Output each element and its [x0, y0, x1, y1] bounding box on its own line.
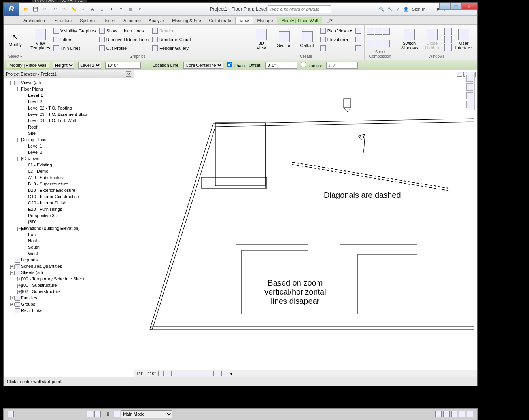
tree-node[interactable]: C10 - Interior Construction: [4, 193, 133, 200]
tree-node[interactable]: [+]102 - Superstructure: [4, 288, 133, 295]
visibility-button[interactable]: Visibility/ Graphics: [53, 27, 97, 35]
tree-node[interactable]: West: [4, 250, 133, 257]
shadow-icon[interactable]: [182, 371, 187, 376]
browser-close-button[interactable]: ✕: [126, 71, 131, 77]
tab-manage[interactable]: Manage: [253, 17, 277, 24]
tree-node[interactable]: Level 1: [4, 92, 133, 98]
tree-node[interactable]: [+]Groups: [4, 301, 133, 307]
legend-button[interactable]: [355, 36, 362, 44]
measure-icon[interactable]: 📏: [70, 6, 77, 13]
tree-node[interactable]: A10 - Substructure: [4, 174, 133, 181]
ws-icon[interactable]: [8, 411, 14, 417]
cut-profile-button[interactable]: Cut Profile: [98, 44, 150, 52]
tree-node[interactable]: North: [4, 238, 133, 244]
tree-node[interactable]: [−]Sheets (all): [4, 269, 133, 276]
sign-in-button[interactable]: Sign In: [412, 7, 425, 11]
tree-node[interactable]: B10 - Superstructure: [4, 181, 133, 187]
scale-label[interactable]: 1/8" = 1'-0": [136, 371, 156, 376]
drag-icon[interactable]: [451, 411, 457, 417]
crop-show-icon[interactable]: [198, 371, 203, 376]
tab-massing[interactable]: Massing & Site: [168, 17, 205, 24]
tree-node[interactable]: Level 04 - T.O. Fnd. Wall: [4, 117, 133, 124]
render-gallery-button[interactable]: Render Gallery: [151, 44, 192, 52]
tree-node[interactable]: Level 2: [4, 149, 133, 155]
tab-context-modify[interactable]: Modify | Place Wall: [277, 17, 322, 24]
tree-node[interactable]: South: [4, 244, 133, 250]
replicate-icon[interactable]: [444, 28, 452, 35]
select-icon[interactable]: [443, 411, 450, 417]
tree-node[interactable]: [+]000 - Temporary Schedule Sheet: [4, 276, 133, 282]
tab-systems[interactable]: Systems: [76, 17, 100, 24]
tree-node[interactable]: [−]Elevations (Building Elevation): [4, 225, 133, 231]
fav-icon[interactable]: ☆: [396, 7, 400, 12]
tab-insert[interactable]: Insert: [101, 17, 120, 24]
tab-analyze[interactable]: Analyze: [145, 17, 168, 24]
drafting-button[interactable]: [319, 44, 353, 52]
zoom-icon[interactable]: [466, 92, 473, 99]
pin-icon[interactable]: [467, 411, 473, 417]
view-icon[interactable]: [375, 28, 382, 35]
tab-structure[interactable]: Structure: [51, 17, 76, 24]
filter-icon[interactable]: [435, 411, 442, 417]
filters-button[interactable]: Filters: [53, 36, 97, 44]
text-icon[interactable]: A: [89, 6, 96, 13]
dup-view-button[interactable]: [355, 27, 362, 35]
open-icon[interactable]: 📂: [23, 6, 30, 13]
render-cloud-button[interactable]: Render in Cloud: [151, 36, 192, 44]
close-icon[interactable]: ▤: [127, 6, 134, 13]
panel-label-select[interactable]: Select ▾: [6, 54, 25, 59]
bar-chevron[interactable]: ◄: [229, 371, 233, 376]
steering-icon[interactable]: [466, 101, 473, 108]
tree-node[interactable]: East: [4, 231, 133, 238]
tree-node[interactable]: B20 - Exterior Enclosure: [4, 187, 133, 193]
tree-node[interactable]: [+]Families: [4, 295, 133, 301]
detail-icon[interactable]: [158, 371, 164, 376]
search-input[interactable]: [268, 5, 331, 13]
cascade-icon[interactable]: [444, 36, 452, 43]
tree-node[interactable]: Legends: [4, 257, 133, 263]
sheet-icon[interactable]: [367, 28, 374, 35]
design-icon[interactable]: [114, 411, 120, 417]
tree-node[interactable]: {3D}: [4, 219, 133, 225]
thin-icon[interactable]: ≡: [117, 6, 125, 13]
tree-node[interactable]: [+]Schedules/Quantities: [4, 263, 133, 269]
tree-node[interactable]: E20 - Furnishings: [4, 206, 133, 212]
location-select[interactable]: Core Centerline: [183, 62, 223, 69]
comm-icon[interactable]: 🔍: [379, 7, 384, 12]
model-icon[interactable]: [94, 411, 101, 417]
tree-node[interactable]: Roof: [4, 124, 133, 130]
doc-min-button[interactable]: —: [457, 72, 462, 77]
view3d-icon[interactable]: ⌂: [98, 6, 106, 13]
tree-node[interactable]: Level 02 - T.O. Footing: [4, 105, 133, 111]
workset-select[interactable]: Main Model: [121, 410, 172, 418]
browser-tree[interactable]: [−]Views (all)[−]Floor PlansLevel 1Level…: [4, 78, 134, 377]
rev-icon[interactable]: [367, 40, 374, 47]
home-icon[interactable]: [466, 75, 473, 82]
tab-architecture[interactable]: Architecture: [19, 17, 51, 24]
switch-windows-button[interactable]: Switch Windows: [399, 26, 420, 53]
style-icon[interactable]: [166, 371, 172, 376]
lock-icon[interactable]: [206, 371, 211, 376]
tree-node[interactable]: 02 - Demo: [4, 168, 133, 174]
sync-icon[interactable]: ⟳: [42, 6, 49, 13]
tree-node[interactable]: [−]Ceiling Plans: [4, 136, 133, 143]
tree-node[interactable]: [−]3D Views: [4, 155, 133, 162]
radius-input[interactable]: [326, 62, 358, 69]
drawing-canvas[interactable]: — ☐ ✕: [134, 70, 477, 377]
thin-lines-button[interactable]: Thin Lines: [53, 44, 97, 52]
schedule-button[interactable]: [355, 44, 362, 52]
tree-node[interactable]: Level 1: [4, 143, 133, 149]
height-input[interactable]: [105, 62, 141, 69]
tree-node[interactable]: Level 2: [4, 98, 133, 105]
link-icon[interactable]: [459, 411, 465, 417]
tile-icon[interactable]: [444, 44, 452, 51]
dim-icon[interactable]: ↔: [79, 6, 87, 13]
tree-node[interactable]: Revit Links: [4, 307, 133, 314]
user-interface-button[interactable]: User Interface: [453, 26, 474, 53]
switch-icon[interactable]: ▾: [136, 6, 144, 13]
reveal-icon[interactable]: [221, 371, 227, 376]
match-icon[interactable]: [383, 40, 390, 47]
tree-node[interactable]: Perspective 3D: [4, 212, 133, 219]
title-icon[interactable]: [383, 28, 390, 35]
save-icon[interactable]: 💾: [32, 6, 39, 13]
